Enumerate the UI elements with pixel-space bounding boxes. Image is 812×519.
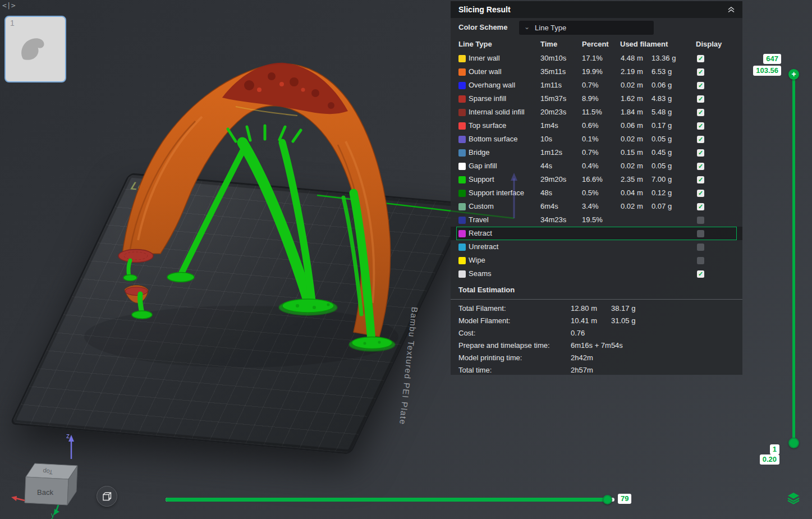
orientation-cube[interactable]: z Top Back y (6, 424, 90, 519)
display-checkbox[interactable] (697, 190, 704, 197)
line-type-percent: 17.1% (582, 52, 603, 65)
line-type-row[interactable]: Gap infill 44s 0.4% 0.02 m 0.05 g (451, 159, 742, 173)
panel-header: Slicing Result (451, 1, 742, 18)
line-type-length: 1.62 m (621, 92, 643, 105)
total-row-label: Model printing time: (458, 352, 522, 364)
line-type-percent: 16.6% (582, 173, 603, 186)
line-type-time: 1m12s (540, 146, 562, 159)
layers-view-button[interactable] (787, 492, 801, 506)
line-type-color-swatch (458, 149, 466, 157)
perspective-button[interactable] (97, 486, 117, 507)
line-type-time: 29m20s (540, 173, 566, 186)
plate-thumbnail[interactable]: 1 (4, 16, 66, 82)
line-type-row[interactable]: Bottom surface 10s 0.1% 0.02 m 0.05 g (451, 132, 742, 146)
sidebar-collapse-icon[interactable]: <|> (2, 1, 15, 10)
step-slider-handle[interactable] (603, 495, 612, 504)
display-checkbox[interactable] (697, 136, 704, 143)
display-checkbox[interactable] (697, 163, 704, 170)
line-type-row[interactable]: Retract (451, 227, 742, 240)
line-type-label: Travel (469, 213, 489, 227)
line-type-weight: 0.05 g (652, 159, 672, 173)
line-type-length: 0.02 m (621, 159, 643, 173)
line-type-label: Overhang wall (469, 79, 515, 92)
line-type-row[interactable]: Inner wall 30m10s 17.1% 4.48 m 13.36 g (451, 52, 742, 65)
line-type-row[interactable]: Unretract (451, 240, 742, 254)
display-checkbox[interactable] (697, 244, 704, 251)
bottom-height-badge: 0.20 (760, 454, 779, 465)
line-type-label: Custom (469, 200, 494, 213)
line-type-label: Bottom surface (469, 132, 517, 146)
col-used-filament: Used filament (620, 40, 668, 48)
line-type-color-swatch (458, 109, 466, 116)
col-display: Display (696, 40, 722, 48)
color-scheme-dropdown[interactable]: ⌄ Line Type (519, 21, 654, 35)
line-type-row[interactable]: Top surface 1m4s 0.6% 0.06 m 0.17 g (451, 119, 742, 132)
line-type-weight: 0.07 g (652, 200, 672, 213)
line-type-row[interactable]: Outer wall 35m11s 19.9% 2.19 m 6.53 g (451, 65, 742, 79)
line-type-label: Bridge (469, 146, 490, 159)
display-checkbox[interactable] (697, 122, 704, 130)
line-type-row[interactable]: Support interface 48s 0.5% 0.04 m 0.12 g (451, 186, 742, 200)
line-type-percent: 8.9% (582, 92, 599, 105)
line-type-percent: 19.5% (582, 213, 603, 227)
display-checkbox[interactable] (697, 109, 704, 116)
line-type-row[interactable]: Overhang wall 1m11s 0.7% 0.02 m 0.06 g (451, 79, 742, 92)
z-axis-label: z (66, 432, 70, 440)
total-row: Cost: 0.76 (451, 327, 742, 339)
line-type-color-swatch (458, 95, 466, 103)
line-type-weight: 13.36 g (652, 52, 676, 65)
step-value-badge: 79 (618, 494, 631, 504)
line-type-length: 2.35 m (621, 173, 643, 186)
total-row-label: Total Filament: (458, 302, 506, 315)
total-estimation-heading: Total Estimation (451, 283, 742, 300)
line-type-length: 2.19 m (621, 65, 643, 79)
line-type-row[interactable]: Wipe (451, 254, 742, 267)
display-checkbox[interactable] (697, 68, 704, 76)
line-type-time: 1m11s (540, 79, 562, 92)
line-type-color-swatch (458, 203, 466, 210)
line-type-row[interactable]: Custom 6m4s 3.4% 0.02 m 0.07 g (451, 200, 742, 213)
line-type-label: Internal solid infill (469, 105, 525, 119)
layer-slider-handle[interactable] (788, 438, 799, 448)
display-checkbox[interactable] (697, 270, 704, 278)
layers-icon (787, 492, 800, 505)
line-type-color-swatch (458, 122, 466, 130)
cube-top-label: Top (43, 468, 53, 476)
line-type-percent: 0.4% (582, 159, 599, 173)
total-row: Model Filament: 10.41 m 31.05 g (451, 315, 742, 327)
line-type-weight: 5.48 g (652, 105, 672, 119)
panel-title: Slicing Result (458, 5, 511, 14)
total-row-value1: 0.76 (571, 327, 585, 339)
layer-slider-plus-button[interactable]: + (788, 69, 799, 80)
collapse-panel-icon[interactable] (727, 6, 736, 13)
cube-icon (102, 491, 113, 502)
display-checkbox[interactable] (697, 55, 704, 62)
line-type-label: Gap infill (469, 159, 497, 173)
line-type-length: 0.02 m (621, 79, 643, 92)
display-checkbox[interactable] (697, 257, 704, 264)
line-type-label: Retract (469, 227, 492, 240)
display-checkbox[interactable] (697, 230, 704, 237)
layer-slider-track[interactable] (792, 76, 795, 443)
line-type-row[interactable]: Seams (451, 267, 742, 281)
display-checkbox[interactable] (697, 203, 704, 210)
line-type-label: Seams (469, 267, 491, 281)
step-slider: 79 (166, 495, 631, 505)
display-checkbox[interactable] (697, 176, 704, 183)
total-row-value2: 31.05 g (611, 315, 635, 327)
line-type-row[interactable]: Travel 34m23s 19.5% (451, 213, 742, 227)
model-top-infill (222, 63, 348, 114)
line-type-row[interactable]: Support 29m20s 16.6% 2.35 m 7.00 g (451, 173, 742, 186)
line-type-row[interactable]: Sparse infill 15m37s 8.9% 1.62 m 4.83 g (451, 92, 742, 105)
display-checkbox[interactable] (697, 149, 704, 157)
display-checkbox[interactable] (697, 95, 704, 103)
display-checkbox[interactable] (697, 82, 704, 89)
total-row: Total Filament: 12.80 m 38.17 g (451, 302, 742, 315)
line-type-row[interactable]: Internal solid infill 20m23s 11.5% 1.84 … (451, 105, 742, 119)
display-checkbox[interactable] (697, 217, 704, 224)
line-type-row[interactable]: Bridge 1m12s 0.7% 0.15 m 0.45 g (451, 146, 742, 159)
line-type-weight: 0.45 g (652, 146, 672, 159)
line-type-time: 48s (540, 186, 552, 200)
line-type-length: 4.48 m (621, 52, 643, 65)
col-line-type: Line Type (458, 40, 492, 48)
